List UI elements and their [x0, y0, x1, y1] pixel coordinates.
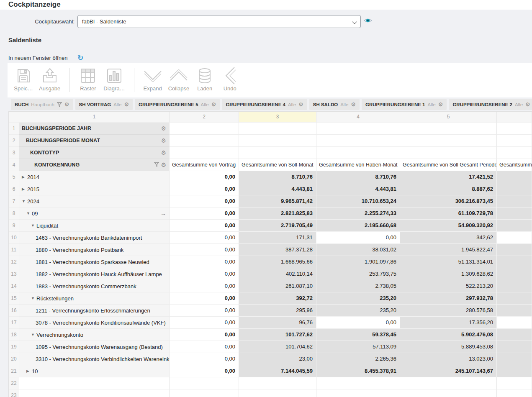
value-cell[interactable]: 0,00	[170, 232, 239, 244]
row-number[interactable]: 1	[9, 123, 19, 135]
value-cell[interactable]: 0,00	[170, 195, 239, 207]
value-cell[interactable]: 261.087,10	[239, 280, 316, 292]
value-cell[interactable]: 387.371,28	[239, 244, 316, 256]
gear-icon[interactable]: ⚙	[351, 102, 356, 107]
value-cell[interactable]	[497, 183, 532, 195]
value-cell[interactable]: 9.965.871,42	[239, 195, 316, 207]
value-cell[interactable]: 306.216.873,45	[400, 195, 497, 207]
value-cell[interactable]: 0,00	[170, 365, 239, 377]
gear-icon[interactable]: ⚙	[64, 102, 69, 107]
gear-icon[interactable]: ⚙	[438, 102, 443, 107]
gear-icon[interactable]: ⚙	[161, 162, 166, 168]
toolbar-button-output[interactable]: Ausgabe	[39, 66, 60, 92]
measure-header[interactable]: Gesamtsumme	[497, 159, 532, 171]
filter-chip-buch[interactable]: BUCH Hauptbuch ⚙	[11, 99, 73, 110]
gear-icon[interactable]: ⚙	[161, 126, 166, 131]
toolbar-button-undo[interactable]: Undo	[220, 66, 239, 92]
measure-header[interactable]: Gesamtsumme von Haben-Monat	[316, 159, 400, 171]
row-number[interactable]: 22	[9, 377, 19, 389]
value-cell[interactable]: 0,00	[170, 183, 239, 195]
value-cell[interactable]: 5.889.453,08	[400, 341, 497, 353]
toolbar-button-save[interactable]: Speic…	[14, 66, 33, 92]
value-cell[interactable]	[497, 305, 532, 317]
value-cell[interactable]: 54.909.320,92	[400, 220, 497, 232]
filter-chip-sh-saldo[interactable]: SH SALDO Alle ⚙	[309, 99, 360, 110]
row-number[interactable]: 21	[9, 365, 19, 377]
row-number[interactable]: 5	[9, 171, 19, 183]
value-cell[interactable]: 17.356,20	[400, 317, 497, 329]
value-cell[interactable]: 8.710,76	[316, 171, 400, 183]
refresh-icon[interactable]: ↻	[77, 54, 83, 62]
row-label-cell[interactable]: 1881 - Verrechnungskonto Sparkasse Neuwi…	[19, 256, 170, 268]
row-number[interactable]: 3	[9, 147, 19, 159]
value-cell[interactable]: 280.576,58	[400, 305, 497, 317]
value-cell[interactable]: 0,00	[170, 329, 239, 341]
filter-chip-gruppierungsebene-5[interactable]: GRUPPIERUNGSEBENE 5 Alle ⚙	[135, 99, 220, 110]
value-cell[interactable]: 2.738,05	[316, 280, 400, 292]
row-label-cell[interactable]: ▶2015	[19, 183, 170, 195]
gear-icon[interactable]: ⚙	[211, 102, 216, 107]
value-cell[interactable]: 0,00	[170, 171, 239, 183]
value-cell[interactable]: 10.710.653,24	[316, 195, 400, 207]
measure-header[interactable]: Gesamtsumme von Vortrag	[170, 159, 239, 171]
measure-header[interactable]: Gesamtsumme von Soll-Monat	[239, 159, 316, 171]
value-cell[interactable]: 1.945.822,47	[400, 244, 497, 256]
value-cell[interactable]	[497, 280, 532, 292]
value-cell[interactable]: 0,00	[170, 256, 239, 268]
value-cell[interactable]: 0,00	[170, 207, 239, 220]
value-cell[interactable]	[497, 292, 532, 305]
value-cell[interactable]: 0,00	[170, 244, 239, 256]
row-number[interactable]: 10	[9, 232, 19, 244]
value-cell[interactable]: 0,00	[170, 220, 239, 232]
row-label-cell[interactable]: 1882 - Verrechnungskonto Hauck Auffhäuse…	[19, 268, 170, 280]
value-cell[interactable]: 402.110,14	[239, 268, 316, 280]
column-number-header[interactable]: 4	[316, 112, 400, 123]
value-cell[interactable]: 1.901.097,86	[316, 256, 400, 268]
gear-icon[interactable]: ⚙	[161, 138, 166, 143]
toolbar-button-expand[interactable]: Expand	[143, 66, 162, 92]
dimension-header-cell[interactable]: KONTOKENNUNG⚙	[19, 159, 170, 171]
row-number[interactable]: 8	[9, 207, 19, 220]
row-label-cell[interactable]: 1095 - Verrechnungskonto Warenausgang (B…	[19, 341, 170, 353]
value-cell[interactable]: 17.421,52	[400, 171, 497, 183]
column-number-header[interactable]: 2	[170, 112, 239, 123]
row-number[interactable]: 15	[9, 292, 19, 305]
value-cell[interactable]: 1.668.965,66	[239, 256, 316, 268]
row-number[interactable]: 12	[9, 256, 19, 268]
value-cell[interactable]: 4.443,81	[316, 183, 400, 195]
value-cell[interactable]: 392,72	[239, 292, 316, 305]
eye-icon[interactable]	[363, 17, 373, 26]
expand-toggle-icon[interactable]: ▶	[26, 369, 32, 373]
row-number[interactable]: 2	[9, 135, 19, 147]
collapse-toggle-icon[interactable]: ▼	[26, 211, 32, 215]
value-cell[interactable]: 101.727,62	[239, 329, 316, 341]
expand-toggle-icon[interactable]: ▶	[22, 175, 27, 179]
value-cell[interactable]: 0,00	[316, 232, 400, 244]
value-cell[interactable]: 101.704,62	[239, 341, 316, 353]
row-number[interactable]: 6	[9, 183, 19, 195]
value-cell[interactable]: 51.131.314,01	[400, 256, 497, 268]
value-cell[interactable]: 522.213,20	[400, 280, 497, 292]
row-label-cell[interactable]: 1211 - Verrechnungskonto Erlösschmälerun…	[19, 305, 170, 317]
row-number[interactable]: 18	[9, 329, 19, 341]
value-cell[interactable]: 59.378,45	[316, 329, 400, 341]
value-cell[interactable]: 235,20	[316, 292, 400, 305]
expand-toggle-icon[interactable]: ▶	[22, 187, 27, 191]
dimension-header-cell[interactable]: BUCHUNGSPERIODE MONAT⚙	[19, 135, 170, 147]
value-cell[interactable]: 8.455.378,91	[316, 365, 400, 377]
row-label-cell[interactable]: ▼09→	[19, 207, 170, 220]
value-cell[interactable]	[497, 220, 532, 232]
value-cell[interactable]: 295,96	[239, 305, 316, 317]
value-cell[interactable]: 61.109.729,78	[400, 207, 497, 220]
toolbar-button-chart[interactable]: Diagra…	[103, 66, 125, 92]
value-cell[interactable]: 13.023,00	[400, 353, 497, 365]
value-cell[interactable]: 0,00	[170, 280, 239, 292]
value-cell[interactable]	[497, 244, 532, 256]
row-label-cell[interactable]: ▼Liquidität	[19, 220, 170, 232]
filter-chip-gruppierungsebene-1[interactable]: GRUPPIERUNGSEBENE 1 Alle ⚙	[362, 99, 447, 110]
value-cell[interactable]: 57.113,09	[316, 341, 400, 353]
collapse-toggle-icon[interactable]: ▼	[31, 223, 36, 228]
value-cell[interactable]: 7.144.045,59	[239, 365, 316, 377]
row-label-cell[interactable]: ▼2024	[19, 195, 170, 207]
value-cell[interactable]: 245.107.143,67	[400, 365, 497, 377]
